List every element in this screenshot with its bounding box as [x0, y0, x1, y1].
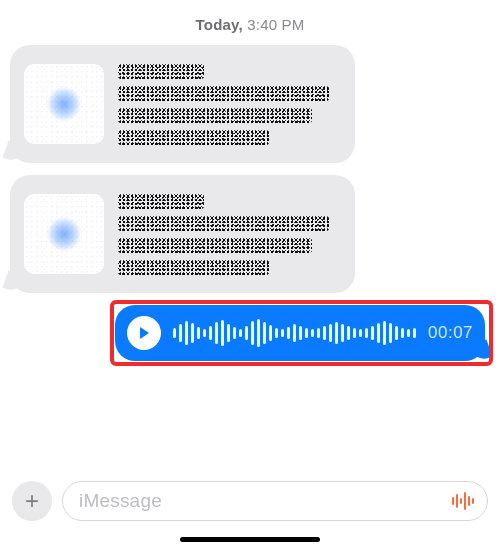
waveform-bar	[323, 326, 326, 340]
plus-icon: +	[25, 487, 39, 515]
timestamp-day: Today,	[196, 16, 243, 33]
audio-waveform-icon	[450, 491, 476, 511]
waveform-bar	[281, 329, 284, 337]
waveform-bar	[203, 329, 206, 337]
audio-duration: 00:07	[428, 323, 473, 343]
waveform-bar	[377, 323, 380, 343]
outgoing-audio-message-bubble[interactable]: 00:07	[115, 305, 485, 361]
incoming-link-preview-bubble[interactable]	[10, 45, 355, 163]
waveform-bar	[257, 319, 260, 347]
waveform-bar	[269, 325, 272, 341]
waveform-bar	[215, 322, 218, 344]
add-attachment-button[interactable]: +	[12, 481, 52, 521]
waveform-bar	[293, 324, 296, 342]
waveform-bar	[371, 326, 374, 340]
waveform-bar	[173, 328, 176, 338]
waveform-bar	[317, 328, 320, 338]
link-preview-thumbnail	[24, 64, 104, 144]
waveform-bar	[233, 327, 236, 339]
waveform-bar	[299, 326, 302, 340]
waveform-bar	[341, 324, 344, 342]
waveform-bar	[329, 324, 332, 342]
message-row	[10, 45, 490, 163]
waveform-bar	[191, 323, 194, 343]
waveform-bar	[413, 328, 416, 338]
message-input-placeholder: iMessage	[79, 490, 162, 512]
conversation-scroll[interactable]: Today, 3:40 PM	[0, 0, 500, 361]
redacted-preview-text	[118, 194, 339, 275]
waveform-bar	[209, 326, 212, 340]
dictate-button[interactable]	[449, 487, 477, 515]
waveform-bar	[227, 324, 230, 342]
waveform-bar	[275, 328, 278, 338]
message-input[interactable]: iMessage	[62, 481, 488, 521]
waveform-bar	[251, 321, 254, 345]
waveform-bar	[383, 321, 386, 345]
waveform-bar	[389, 323, 392, 343]
message-composer: + iMessage	[0, 478, 500, 524]
conversation-timestamp: Today, 3:40 PM	[10, 10, 490, 45]
waveform-bar	[311, 329, 314, 337]
waveform-bar	[221, 320, 224, 346]
message-row: 00:07	[10, 305, 490, 361]
audio-waveform[interactable]	[173, 318, 416, 348]
play-button[interactable]	[127, 316, 161, 350]
timestamp-time: 3:40 PM	[247, 16, 304, 33]
play-icon	[136, 325, 152, 341]
waveform-bar	[353, 328, 356, 338]
waveform-bar	[407, 329, 410, 337]
waveform-bar	[347, 326, 350, 340]
waveform-bar	[305, 328, 308, 338]
waveform-bar	[179, 324, 182, 342]
waveform-bar	[365, 328, 368, 338]
waveform-bar	[395, 326, 398, 340]
waveform-bar	[335, 322, 338, 344]
waveform-bar	[245, 326, 248, 340]
waveform-bar	[359, 329, 362, 337]
waveform-bar	[401, 328, 404, 338]
incoming-link-preview-bubble[interactable]	[10, 175, 355, 293]
link-preview-thumbnail	[24, 194, 104, 274]
waveform-bar	[239, 329, 242, 337]
redacted-preview-text	[118, 64, 339, 145]
home-indicator[interactable]	[180, 537, 320, 542]
waveform-bar	[185, 321, 188, 345]
waveform-bar	[197, 327, 200, 339]
waveform-bar	[287, 327, 290, 339]
waveform-bar	[263, 322, 266, 344]
message-row	[10, 175, 490, 293]
